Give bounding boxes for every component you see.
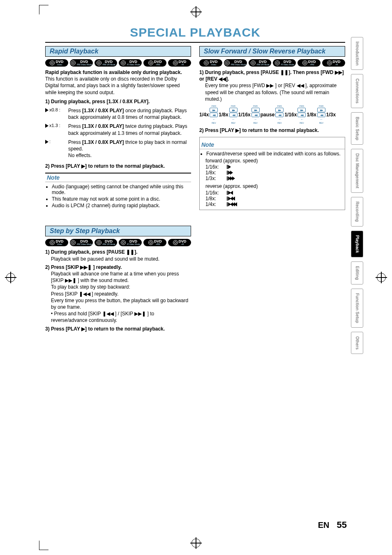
side-tab[interactable]: Connections <box>351 74 363 108</box>
side-tab-label: Disc Management <box>355 153 360 188</box>
side-tabs: IntroductionConnectionsBasic SetupDisc M… <box>351 37 363 354</box>
disc-icon <box>148 240 153 245</box>
speed-label: 1/8x <box>307 112 316 118</box>
disc-icon <box>148 60 153 65</box>
disc-icon <box>204 60 209 65</box>
speed-icon-row: 1/16x: <box>205 164 345 170</box>
disc-badge: DVD-RW Video Mode <box>70 59 93 67</box>
disc-badge: DVD-R Video Mode <box>119 239 142 246</box>
disc-badge: DVDVideo <box>45 59 68 67</box>
slow-fwd-icon <box>227 176 235 180</box>
disc-badge: DVD+RW <box>297 59 321 67</box>
fwd-rev-key-icon: FWD▶▶◀◀←REV <box>251 105 260 124</box>
note-box: Note Forward/reverse speed will be indic… <box>199 137 345 210</box>
disc-badge: DVD+RW <box>143 239 166 246</box>
disc-icon <box>71 60 76 65</box>
fwd-label: forward (approx. speed) <box>205 157 345 164</box>
disc-badge: DVD-RW Video Mode <box>70 239 93 246</box>
disc-badge: DVDVideo <box>199 59 222 67</box>
slow-fwd-icon <box>227 171 233 175</box>
disc-icon <box>50 240 55 245</box>
fwd-rev-key-icon: FWD▶▶◀◀←REV <box>275 105 284 124</box>
disc-badge: DVD-RW Video Mode <box>224 59 247 67</box>
disc-type-row: DVDVideoDVD-RW Video ModeDVD-RW VR ModeD… <box>45 239 191 246</box>
step-s1: 1) During playback, press [PAUSE ❚❚]. <box>45 249 191 255</box>
speed-label: 1/8x <box>219 112 228 118</box>
disc-badge: DVD-R Video Mode <box>119 59 142 67</box>
disc-badge: DVD+R <box>168 239 191 246</box>
rapid-speed-row: x1.3 :Press [1.3X / 0.8X PLAY] twice dur… <box>45 123 191 136</box>
rapid-lead: Rapid playback function is available onl… <box>45 69 191 76</box>
page-footer: EN 55 <box>318 520 347 530</box>
disc-type-row: DVDVideoDVD-RW Video ModeDVD-RW VR ModeD… <box>199 59 345 67</box>
right-column: Slow Forward / Slow Reverse Playback DVD… <box>199 46 345 332</box>
fwd-rev-key-icon: FWD▶▶◀◀←REV <box>297 105 306 124</box>
slow-s1b: Every time you press [FWD ▶▶ ] or [REV ◀… <box>205 82 345 102</box>
section-heading-slow: Slow Forward / Slow Reverse Playback <box>199 46 345 57</box>
speed-label: 1/16x <box>284 112 297 118</box>
note-item: This feature may not work at some point … <box>52 196 191 202</box>
disc-icon <box>275 60 280 65</box>
rapid-step1: 1) During playback, press [1.3X / 0.8X P… <box>45 98 191 105</box>
side-tab-label: Editing <box>355 266 360 280</box>
side-tab[interactable]: Others <box>351 332 363 354</box>
speed-icon-row: 1/8x: <box>205 170 345 176</box>
side-tab-label: Function Setup <box>355 293 360 323</box>
step-s1b: Playback will be paused and sound will b… <box>51 256 191 262</box>
fwd-rev-key-icon: FWD▶▶◀◀←REV <box>210 105 218 124</box>
disc-badge: DVD-RW VR Mode <box>95 59 118 67</box>
disc-icon <box>225 60 230 65</box>
step-s2f: • Press and hold [SKIP ❚◀◀ ] / [SKIP ▶▶❚… <box>51 310 191 324</box>
step-s3: 3) Press [PLAY ▶] to return to the norma… <box>45 326 191 332</box>
divider <box>45 42 345 43</box>
disc-badge: DVD+R <box>322 59 345 67</box>
side-tab[interactable]: Function Setup <box>351 289 363 328</box>
footer-page: 55 <box>337 520 347 530</box>
side-tab[interactable]: Recording <box>351 197 363 226</box>
side-tab-label: Basic Setup <box>355 117 360 140</box>
disc-badge: DVD+RW <box>143 59 166 67</box>
crop-mark-icon <box>39 541 48 550</box>
step-s2c: To play back step by step backward: <box>51 284 191 290</box>
side-tab[interactable]: Basic Setup <box>351 112 363 145</box>
step-s2e: Every time you press the button, the pla… <box>51 297 191 310</box>
side-tab[interactable]: Editing <box>351 261 363 284</box>
fwd-rev-key-icon: FWD▶▶◀◀←REV <box>317 105 325 124</box>
speed-icon-row: 1/16x: <box>205 190 345 196</box>
note-heading: Note <box>45 173 191 182</box>
side-tab[interactable]: Disc Management <box>351 149 363 193</box>
disc-badge: DVD-RW VR Mode <box>249 59 272 67</box>
registration-mark-icon <box>6 273 15 282</box>
speed-label: 1/4x <box>199 112 209 118</box>
rapid-desc: This function is available only on discs… <box>45 76 191 96</box>
slow-s1: 1) During playback, press [PAUSE ❚❚]. Th… <box>199 69 345 82</box>
registration-mark-icon <box>191 539 201 548</box>
step-s2d: Press [SKIP ❚◀◀ ] repeatedly. <box>51 291 191 297</box>
disc-badge: DVD-R Video Mode <box>273 59 296 67</box>
speed-icon-row: 1/4x: <box>205 201 345 207</box>
slow-rev-icon <box>227 197 235 201</box>
side-tab[interactable]: Introduction <box>351 37 363 70</box>
footer-lang: EN <box>318 520 330 530</box>
note-heading: Note <box>200 141 345 149</box>
disc-icon <box>327 60 332 65</box>
crop-mark-icon <box>39 5 48 14</box>
speed-icon-row: 1/3x: <box>205 176 345 181</box>
page: SPECIAL PLAYBACK Rapid Playback DVDVideo… <box>0 0 392 555</box>
registration-mark-icon <box>377 273 386 282</box>
speed-label: 1/16x <box>238 112 251 118</box>
section-heading-step: Step by Step Playback <box>45 226 191 236</box>
step-s2b: Playback will advance one frame at a tim… <box>51 271 191 284</box>
speed-label: pause <box>261 112 275 118</box>
side-tab-label: Others <box>355 336 360 349</box>
disc-icon <box>97 240 101 245</box>
rev-label: reverse (approx. speed) <box>205 183 345 190</box>
disc-icon <box>173 240 178 245</box>
side-tab-label: Introduction <box>355 42 360 65</box>
fwd-rev-key-icon: FWD▶▶◀◀←REV <box>229 105 238 124</box>
speed-icon-row: 1/8x: <box>205 196 345 201</box>
disc-type-row: DVDVideoDVD-RW Video ModeDVD-RW VR ModeD… <box>45 59 191 67</box>
side-tab[interactable]: Playback <box>351 231 363 257</box>
note-list: Audio (language) setting cannot be chang… <box>45 184 191 208</box>
note-item: Audio is LPCM (2 channel) during rapid p… <box>52 203 191 208</box>
